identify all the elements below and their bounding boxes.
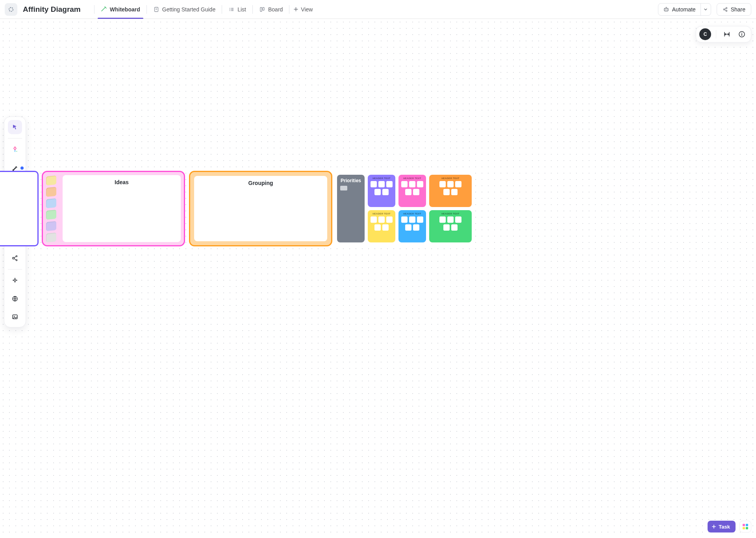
group-card-yellow[interactable]: HEADER TEXT [368,210,395,242]
add-view-label: View [301,6,313,13]
share-icon [723,7,728,12]
task-label: Task [719,524,730,530]
grouping-panel[interactable]: Grouping [194,176,327,241]
tab-whiteboard[interactable]: Whiteboard [98,3,143,15]
group-card-orange[interactable]: HEADER TEXT [429,175,472,207]
svg-point-21 [14,316,15,317]
color-indicator-blue [20,166,24,170]
svg-point-17 [16,255,17,257]
image-icon [11,313,19,320]
svg-point-3 [230,9,230,10]
group-card-purple[interactable]: HEADER TEXT [368,175,395,207]
tab-getting-started[interactable]: Getting Started Guide [151,3,218,15]
view-tabs: Whiteboard Getting Started Guide List Bo… [90,3,313,15]
user-avatar[interactable]: C [699,28,711,40]
doc-icon [153,6,159,13]
tool-mindmap[interactable] [8,251,22,265]
ideas-frame[interactable]: Ideas [42,171,185,246]
automate-label: Automate [672,6,696,13]
footer-controls: Task [708,521,751,532]
whiteboard-icon [101,6,107,13]
group-header: HEADER TEXT [370,177,393,179]
group-header: HEADER TEXT [432,213,469,215]
cursor-icon [11,124,19,131]
tab-label: Getting Started Guide [162,6,215,13]
cube-item[interactable] [46,210,56,220]
board-icon [259,6,265,13]
svg-point-14 [17,151,17,152]
svg-point-0 [9,7,13,11]
tab-list[interactable]: List [226,3,248,15]
group-card-pink[interactable]: HEADER TEXT [398,175,426,207]
tab-label: List [237,6,246,13]
automate-group: Automate [658,3,711,16]
group-card-blue[interactable]: HEADER TEXT [398,210,426,242]
info-icon [738,30,746,38]
group-header: HEADER TEXT [401,213,424,215]
tab-label: Whiteboard [110,6,140,13]
automate-dropdown[interactable] [700,4,711,15]
svg-point-8 [665,9,666,10]
svg-point-13 [726,10,727,11]
svg-rect-7 [664,8,668,11]
top-bar: Affinity Diagram Whiteboard Getting Star… [0,0,756,19]
breadcrumb-menu-button[interactable] [5,3,17,16]
robot-icon [663,6,669,13]
svg-point-2 [230,8,230,9]
svg-point-4 [230,10,230,11]
cube-item[interactable] [46,198,56,209]
chevron-down-icon [704,7,708,11]
group-header: HEADER TEXT [401,177,424,179]
svg-point-10 [666,7,667,7]
cube-stack [46,175,59,242]
whiteboard-canvas[interactable]: C Ideas Grouping [0,19,756,538]
mindmap-icon [11,254,19,262]
share-label: Share [731,6,745,13]
ai-shape-icon [11,146,19,153]
svg-point-11 [723,9,724,10]
tab-board[interactable]: Board [257,3,285,15]
svg-point-23 [741,33,742,33]
grouping-frame[interactable]: Grouping [189,171,332,246]
toolbox-separator [8,269,22,270]
separator [252,5,253,14]
tool-cursor[interactable] [8,120,22,134]
apps-button[interactable] [739,521,751,532]
group-card-green[interactable]: HEADER TEXT [429,210,472,242]
priorities-title: Priorities [340,178,361,183]
tool-image[interactable] [8,310,22,324]
view-controls: C [696,26,751,43]
ideas-title: Ideas [115,179,129,185]
tool-web[interactable] [8,292,22,306]
tool-ai-shape[interactable] [8,142,22,157]
priority-chip[interactable] [340,186,347,190]
svg-point-18 [16,259,17,261]
priorities-panel[interactable]: Priorities [337,175,365,242]
list-icon [228,6,235,13]
cube-item[interactable] [46,221,56,231]
add-view-button[interactable]: View [293,3,313,15]
separator [94,5,94,14]
fit-to-screen-button[interactable] [721,28,733,40]
apps-icon [743,524,748,529]
grouping-title: Grouping [248,180,273,186]
tool-ai-generate[interactable] [8,274,22,288]
create-task-button[interactable]: Task [708,521,736,532]
page-title[interactable]: Affinity Diagram [23,5,81,14]
share-button[interactable]: Share [717,3,751,16]
loader-icon [8,6,14,13]
fit-width-icon [723,30,731,38]
cube-item[interactable] [46,176,56,186]
tab-label: Board [268,6,283,13]
info-button[interactable] [736,28,748,40]
cube-item[interactable] [46,187,56,197]
svg-rect-5 [260,7,262,11]
ideas-panel[interactable]: Ideas [63,175,181,242]
cube-item[interactable] [46,233,56,243]
left-frame-edge[interactable] [0,171,39,246]
groups-frame[interactable]: HEADER TEXT HEADER TEXT HEADER TEXT Prio… [332,171,474,246]
plus-icon [712,524,716,529]
automate-button[interactable]: Automate [658,4,700,15]
separator [289,5,289,14]
separator [146,5,147,14]
